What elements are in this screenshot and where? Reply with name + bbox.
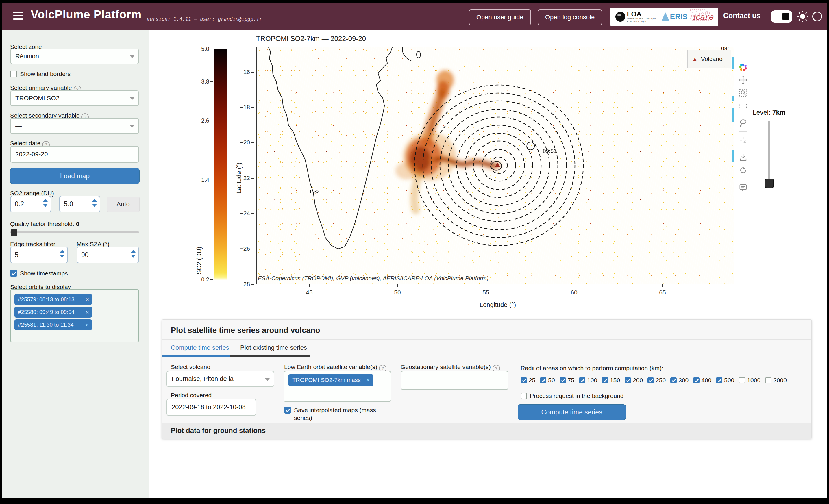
reset-view-icon[interactable] xyxy=(739,166,748,175)
so2-min-input[interactable]: 0.2 xyxy=(10,196,51,212)
account-circle-icon[interactable] xyxy=(812,11,822,22)
orbit-chip[interactable]: #25581: 11:30 to 11:34 × xyxy=(14,319,92,330)
contact-us-link[interactable]: Contact us xyxy=(723,11,760,20)
orbit-chip[interactable]: #25580: 09:49 to 09:54 × xyxy=(14,307,92,318)
max-sza-value: 90 xyxy=(81,251,89,259)
radius-checkbox[interactable]: 400 xyxy=(693,377,711,384)
radius-checkbox[interactable]: 200 xyxy=(625,377,643,384)
secondary-variable-select[interactable]: — xyxy=(10,118,139,134)
leo-variable-chip[interactable]: TROPOMI SO2-7km mass × xyxy=(288,374,373,386)
top-header: VolcPlume Platform version: 1.4.11 – use… xyxy=(2,3,827,30)
box-select-icon[interactable] xyxy=(739,101,748,110)
colorbar-tick: 3.8 xyxy=(185,78,209,85)
stepper-arrows[interactable] xyxy=(60,250,65,258)
auto-button[interactable]: Auto xyxy=(107,197,140,212)
orbit-chip-label: #25581: 11:30 to 11:34 xyxy=(18,322,74,328)
so2-max-input[interactable]: 5.0 xyxy=(59,196,100,212)
close-icon[interactable]: × xyxy=(85,307,89,318)
zoom-box-icon[interactable] xyxy=(739,88,748,97)
madagascar-coastline xyxy=(268,46,393,249)
hover-mode-icon[interactable] xyxy=(739,183,748,192)
orbits-listbox[interactable]: #25579: 08:13 to 08:13 × #25580: 09:49 t… xyxy=(10,289,139,342)
show-land-borders-checkbox[interactable]: Show land borders xyxy=(10,71,71,77)
orbit-timestamp: 11:32 xyxy=(307,188,320,195)
primary-variable-select[interactable]: TROPOMI SO2 xyxy=(10,91,139,106)
modebar-separator xyxy=(740,148,747,149)
orbit-chip[interactable]: #25579: 08:13 to 08:13 × xyxy=(14,294,92,305)
map-plot[interactable] xyxy=(256,46,733,284)
stepper-arrows[interactable] xyxy=(43,199,48,207)
y-tick: −24 xyxy=(220,210,250,217)
radius-checkbox[interactable]: 100 xyxy=(579,377,597,384)
checkbox-checked-icon xyxy=(284,407,291,413)
geo-variables-box[interactable] xyxy=(401,371,508,390)
plotly-logo-icon[interactable] xyxy=(739,63,748,72)
ground-stations-section[interactable]: Plot data for ground stations xyxy=(162,423,812,439)
theme-toggle[interactable] xyxy=(771,10,792,23)
compute-time-series-button[interactable]: Compute time series xyxy=(518,404,626,420)
radii-checkbox-row: 25 50 75 100 150 200 250 300 400 500 100… xyxy=(520,377,787,384)
icare-logo: icare xyxy=(692,12,713,22)
x-tick: 60 xyxy=(563,289,586,296)
radius-checkbox[interactable]: 150 xyxy=(602,377,620,384)
volcplume-page: VolcPlume Platform version: 1.4.11 – use… xyxy=(0,0,829,504)
tab-compute-time-series[interactable]: Compute time series xyxy=(171,344,229,351)
map-legend: ▲ Volcano xyxy=(687,50,731,68)
close-icon[interactable]: × xyxy=(85,294,89,305)
radius-checkbox[interactable]: 250 xyxy=(647,377,666,384)
radius-checkbox[interactable]: 75 xyxy=(560,377,574,384)
load-map-button[interactable]: Load map xyxy=(10,168,140,184)
radius-checkbox[interactable]: 25 xyxy=(520,377,535,384)
stepper-arrows[interactable] xyxy=(131,250,136,258)
x-tick: 65 xyxy=(651,289,674,296)
y-tick: −22 xyxy=(220,175,250,181)
show-timestamps-checkbox[interactable]: Show timestamps xyxy=(10,270,68,277)
loa-subtext-1: LABORATOIRE D'OPTIQUE xyxy=(627,17,656,20)
date-input[interactable]: 2022-09-20 xyxy=(10,146,139,163)
radius-checkbox[interactable]: 50 xyxy=(540,377,555,384)
stepper-arrows[interactable] xyxy=(92,199,97,207)
close-icon[interactable]: × xyxy=(366,374,370,386)
level-slider-track[interactable] xyxy=(768,121,770,183)
sun-icon[interactable] xyxy=(797,10,809,23)
modebar-separator xyxy=(740,179,747,179)
process-background-checkbox[interactable]: Process request in the background xyxy=(520,392,624,399)
period-covered-label: Period covered xyxy=(171,392,212,399)
close-icon[interactable]: × xyxy=(85,319,89,330)
max-sza-input[interactable]: 90 xyxy=(77,247,139,263)
open-log-console-button[interactable]: Open log console xyxy=(538,9,602,26)
volcano-legend-label: Volcano xyxy=(701,56,723,63)
orbit-timestamp: 08: xyxy=(721,45,729,52)
pan-icon[interactable] xyxy=(739,76,748,84)
download-icon[interactable] xyxy=(739,153,748,162)
chevron-down-icon xyxy=(130,56,134,58)
leo-variables-box[interactable]: TROPOMI SO2-7km mass × xyxy=(284,371,391,402)
hamburger-menu-icon[interactable] xyxy=(13,12,24,22)
save-maps-checkbox[interactable]: Save interpolated maps (mass series) xyxy=(284,406,380,422)
map-title: TROPOMI SO2-7km — 2022-09-20 xyxy=(256,35,366,43)
lasso-select-icon[interactable] xyxy=(739,118,748,127)
radius-checkbox[interactable]: 300 xyxy=(670,377,688,384)
track-edge-marker xyxy=(732,150,733,162)
autoscale-icon[interactable] xyxy=(739,136,748,144)
radius-checkbox[interactable]: 1000 xyxy=(739,377,760,384)
level-slider-track[interactable] xyxy=(768,183,769,250)
primary-variable-value: TROPOMI SO2 xyxy=(15,95,60,102)
x-axis-label: Longitude (°) xyxy=(466,301,530,309)
period-input[interactable]: 2022-09-18 to 2022-10-08 xyxy=(167,398,256,416)
volcano-select[interactable]: Fournaise, Piton de la xyxy=(167,371,274,387)
radius-checkbox[interactable]: 500 xyxy=(716,377,734,384)
radii-label: Radii of areas on which to perform compu… xyxy=(520,365,663,372)
track-edge-marker xyxy=(732,57,733,69)
orbit-timestamp: 09:51 xyxy=(543,148,557,154)
quality-slider-track[interactable] xyxy=(10,231,139,233)
colorbar-tick: 1.4 xyxy=(185,177,209,183)
edge-tracks-input[interactable]: 5 xyxy=(10,247,68,263)
secondary-tab-indicator xyxy=(230,355,310,357)
radius-checkbox[interactable]: 2000 xyxy=(765,377,787,384)
level-slider-handle[interactable] xyxy=(765,179,774,188)
zone-select[interactable]: Réunion xyxy=(10,48,139,64)
tab-plot-existing-time-series[interactable]: Plot existing time series xyxy=(240,344,307,351)
quality-slider-handle[interactable] xyxy=(11,228,17,236)
open-user-guide-button[interactable]: Open user guide xyxy=(469,9,531,26)
